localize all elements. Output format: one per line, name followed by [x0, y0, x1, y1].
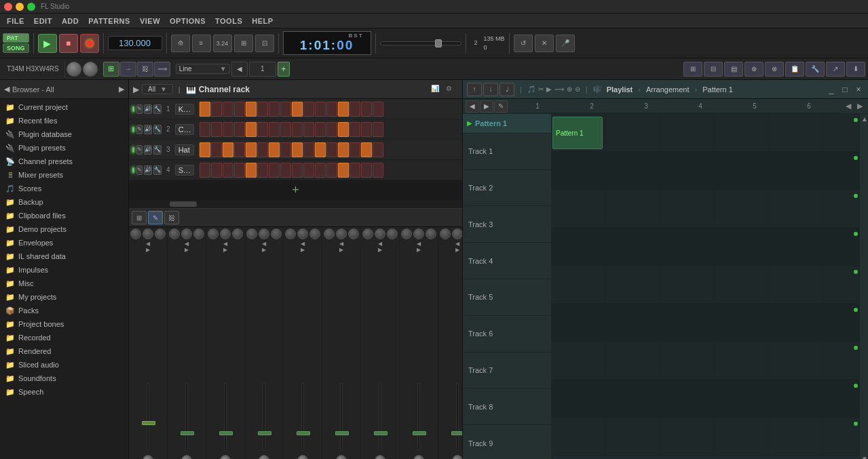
grid-cell-4-2[interactable] — [660, 266, 714, 303]
mixer-right-arrow-5[interactable]: ▶ — [339, 247, 343, 253]
mixer-knob-3-0[interactable] — [246, 228, 257, 239]
mixer-fader-thumb-4[interactable] — [297, 431, 310, 435]
pad-1-14[interactable] — [361, 122, 372, 137]
mixer-left-arrow-0[interactable]: ◀ — [146, 241, 150, 247]
pad-2-7[interactable] — [280, 142, 291, 157]
grid-cell-2-0[interactable] — [551, 190, 605, 227]
grid-cell-3-4[interactable] — [768, 228, 823, 265]
minimize-button[interactable] — [16, 3, 24, 11]
mixer-fader-thumb-1[interactable] — [181, 431, 194, 435]
sidebar-item-my-projects[interactable]: 📁My projects — [0, 290, 128, 304]
add-channel-button[interactable]: + — [129, 180, 462, 200]
mixer-knob-1-1[interactable] — [181, 228, 192, 239]
pad-3-3[interactable] — [234, 163, 245, 178]
tb-r-2[interactable]: ⊟ — [704, 62, 723, 77]
mixer-bottom-6[interactable] — [375, 455, 385, 459]
track-label-4[interactable]: Track 5 — [463, 279, 551, 316]
volume-slider[interactable] — [380, 41, 461, 45]
crosshair-button[interactable]: ✕ — [535, 35, 554, 52]
mixer-knob-4-2[interactable] — [309, 228, 320, 239]
mixer-left-arrow-1[interactable]: ◀ — [185, 241, 189, 247]
channel-mini-btn-1-0[interactable]: ✎ — [136, 125, 143, 134]
stop-button[interactable]: ■ — [59, 34, 78, 53]
pad-0-0[interactable] — [200, 102, 210, 117]
pad-0-12[interactable] — [338, 102, 349, 117]
sidebar-forward-icon[interactable]: ▶ — [119, 85, 124, 94]
channel-mini-btn-0-0[interactable]: ✎ — [136, 104, 143, 114]
pad-0-2[interactable] — [223, 102, 233, 117]
channel-name-0[interactable]: Kick — [175, 104, 194, 115]
channel-led-2[interactable] — [132, 146, 135, 153]
mixer-bottom-2[interactable] — [220, 455, 231, 459]
mixer-fader-track-2[interactable] — [224, 383, 227, 451]
track-row-3[interactable] — [551, 228, 860, 266]
menu-tools[interactable]: TOOLS — [211, 16, 246, 26]
mixer-right-arrow-3[interactable]: ▶ — [262, 247, 266, 253]
mixer-fader-track-7[interactable] — [417, 383, 420, 451]
arrow-button[interactable]: → — [120, 62, 136, 77]
mixer-fader-track-1[interactable] — [185, 383, 188, 451]
mixer-fader-track-0[interactable] — [147, 383, 149, 451]
grid-cell-1-2[interactable] — [660, 152, 714, 189]
sidebar-item-packs[interactable]: 📦Packs — [0, 304, 128, 317]
pl-nav-1[interactable]: ◀ — [466, 100, 479, 113]
pad-3-9[interactable] — [303, 163, 314, 178]
pad-3-11[interactable] — [326, 163, 337, 178]
sidebar-item-backup[interactable]: 📁Backup — [0, 195, 128, 209]
plus-button[interactable]: + — [278, 62, 290, 77]
cr-all-dropdown[interactable]: All ▼ — [142, 84, 173, 94]
preset-knob-1[interactable] — [67, 62, 81, 77]
tb-r-9[interactable]: ⬇ — [846, 62, 865, 77]
grid-cell-5-0[interactable] — [551, 304, 605, 341]
refresh-button[interactable]: ↺ — [514, 35, 533, 52]
toolbar-icon-1[interactable]: ⟰ — [171, 35, 190, 52]
pl-restore-btn[interactable]: □ — [839, 84, 850, 95]
grid-cell-1-0[interactable] — [551, 152, 605, 189]
mixer-left-arrow-5[interactable]: ◀ — [339, 241, 343, 247]
volume-thumb[interactable] — [435, 39, 442, 47]
pad-2-13[interactable] — [350, 142, 360, 157]
grid-cell-2-3[interactable] — [714, 190, 768, 227]
bpm-display[interactable]: 130.000 — [108, 36, 162, 50]
sidebar-item-rendered[interactable]: 📁Rendered — [0, 344, 128, 358]
grid-cell-0-2[interactable] — [660, 114, 714, 151]
track-label-3[interactable]: Track 4 — [463, 243, 551, 279]
pl-minimize-btn[interactable]: _ — [826, 84, 837, 95]
mixer-right-arrow-6[interactable]: ▶ — [378, 247, 382, 253]
pad-3-14[interactable] — [361, 163, 372, 178]
sidebar-item-plugin-presets[interactable]: 🔌Plugin presets — [0, 141, 128, 155]
pl-zoom-minus[interactable]: ⊖ — [575, 85, 580, 93]
pad-2-10[interactable] — [315, 142, 326, 157]
grid-cell-5-2[interactable] — [660, 304, 714, 341]
grid-cell-1-4[interactable] — [768, 152, 823, 189]
mixer-knob-3-2[interactable] — [271, 228, 282, 239]
record-button[interactable] — [80, 34, 99, 53]
mixer-knob-0-0[interactable] — [130, 228, 141, 239]
grid-cell-2-4[interactable] — [768, 190, 823, 227]
mixer-bottom-3[interactable] — [259, 455, 269, 459]
grid-cell-6-4[interactable] — [768, 342, 823, 379]
pad-1-11[interactable] — [326, 122, 337, 137]
channel-led-3[interactable] — [132, 167, 135, 174]
grid-cell-5-4[interactable] — [768, 304, 823, 341]
pad-3-12[interactable] — [338, 163, 349, 178]
mixer-right-arrow-7[interactable]: ▶ — [417, 247, 421, 253]
menu-help[interactable]: HELP — [248, 16, 277, 26]
cr-scroll-thumb[interactable] — [170, 201, 197, 207]
mixer-knob-5-1[interactable] — [336, 228, 347, 239]
mixer-knob-8-0[interactable] — [440, 228, 451, 239]
mixer-left-arrow-7[interactable]: ◀ — [417, 241, 421, 247]
close-button[interactable] — [4, 3, 12, 11]
pad-3-8[interactable] — [292, 163, 303, 178]
pl-zoom-plus[interactable]: ⊕ — [567, 85, 572, 93]
grid-cell-6-1[interactable] — [605, 342, 660, 379]
toolbar-icon-4[interactable]: ⊞ — [234, 35, 253, 52]
pad-3-7[interactable] — [280, 163, 291, 178]
pad-2-14[interactable] — [361, 142, 372, 157]
song-button[interactable]: SONG — [3, 43, 29, 53]
track-label-0[interactable]: Track 1 — [463, 134, 551, 170]
mixer-knob-7-1[interactable] — [413, 228, 424, 239]
grid-cell-8-1[interactable] — [605, 418, 660, 455]
pl-arrow-btn-1[interactable]: 🎵 — [527, 85, 535, 93]
pl-play-btn[interactable]: ▶ — [546, 85, 552, 93]
